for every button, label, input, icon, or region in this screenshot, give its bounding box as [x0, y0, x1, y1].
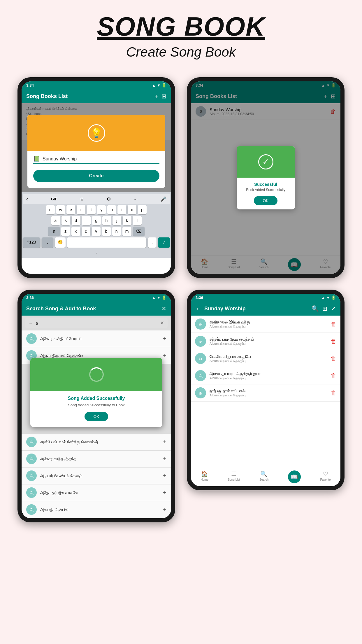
key-enter[interactable]: ✓: [158, 237, 170, 248]
key-comma[interactable]: ,: [42, 237, 53, 248]
add-song-btn-4[interactable]: +: [163, 456, 166, 462]
key-a[interactable]: a: [51, 216, 60, 225]
key-v[interactable]: v: [92, 227, 101, 236]
search-result-1[interactable]: அ அகோர கஸ்தி பட்டோராய் +: [22, 330, 171, 347]
key-j[interactable]: j: [113, 216, 121, 225]
key-h[interactable]: h: [102, 216, 111, 225]
key-shift[interactable]: ⇧: [48, 227, 60, 236]
expand-icon-4[interactable]: ⤢: [331, 305, 336, 312]
key-n[interactable]: n: [112, 227, 121, 236]
key-y[interactable]: y: [97, 205, 106, 214]
key-x[interactable]: x: [71, 227, 80, 236]
delete-btn-4[interactable]: 🗑: [331, 372, 336, 379]
add-song-btn-7[interactable]: +: [163, 506, 166, 513]
add-song-btn-5[interactable]: +: [163, 473, 166, 479]
delete-btn-1[interactable]: 🗑: [331, 321, 336, 328]
key-q[interactable]: q: [46, 205, 55, 214]
sticker-btn[interactable]: ⊞: [80, 197, 84, 201]
qr-icon-1[interactable]: ⊞: [161, 93, 166, 100]
key-123[interactable]: ?123: [23, 237, 40, 248]
search-result-5[interactable]: அ அடியார் வேண்டல் கேளும் +: [22, 468, 171, 484]
key-s[interactable]: s: [61, 216, 70, 225]
search-result-7[interactable]: அ அமைதி அன்பின் +: [22, 501, 171, 518]
add-song-btn-1[interactable]: +: [163, 335, 166, 342]
grid-icon-4[interactable]: ⊞: [322, 305, 327, 312]
nav-favorite-4[interactable]: ♡ Favorite: [320, 470, 331, 483]
key-z[interactable]: z: [61, 227, 70, 236]
result-text-1: அகோர கஸ்தி பட்டோராய்: [40, 336, 163, 341]
check-icon: ✓: [258, 154, 273, 169]
delete-btn-3[interactable]: 🗑: [331, 355, 336, 362]
create-dialog: 💡 📗 Create: [27, 115, 165, 188]
key-i[interactable]: i: [117, 205, 126, 214]
key-g[interactable]: g: [92, 216, 101, 225]
key-u[interactable]: u: [107, 205, 116, 214]
key-emoji[interactable]: 😊: [55, 237, 66, 248]
key-space[interactable]: [67, 237, 146, 248]
key-w[interactable]: w: [56, 205, 65, 214]
nav-songlist-4[interactable]: ☰ Song List: [228, 470, 240, 483]
worship-song-3[interactable]: ய யேசுவே கிருபாசனபதியே Album: பிற பாடல் …: [191, 350, 340, 367]
key-t[interactable]: t: [87, 205, 96, 214]
result-text-4: அகோர காற்றடித்ததே: [40, 456, 163, 461]
ok-button-2[interactable]: OK: [254, 196, 277, 205]
search-clear-3[interactable]: ✕: [160, 320, 164, 326]
key-d[interactable]: d: [72, 216, 80, 225]
create-button[interactable]: Create: [33, 170, 159, 182]
ok-button-3[interactable]: OK: [85, 412, 108, 421]
book-name-input[interactable]: [43, 156, 159, 162]
search-icon-4[interactable]: 🔍: [312, 305, 319, 312]
worship-album-2: Album: பிற பாடல் தொகுப்பு: [210, 342, 331, 346]
search-result-4[interactable]: அ அகோர காற்றடித்ததே +: [22, 451, 171, 467]
add-song-btn-3[interactable]: +: [163, 439, 166, 445]
nav-home-4[interactable]: 🏠 Home: [201, 470, 208, 483]
mic-btn[interactable]: 🎤: [161, 196, 166, 202]
phone-3: 3:36 ▲ ▼ 🔋 Search Song & Add to Book ✕ ←…: [17, 290, 175, 522]
key-f[interactable]: f: [82, 216, 91, 225]
result-avatar-4: அ: [26, 454, 37, 464]
add-song-btn-2[interactable]: +: [163, 352, 166, 359]
nav-search-4[interactable]: 🔍 Search: [259, 470, 269, 483]
key-e[interactable]: e: [66, 205, 75, 214]
worship-avatar-5: ந: [195, 387, 206, 398]
key-l[interactable]: l: [133, 216, 142, 225]
key-o[interactable]: o: [128, 205, 136, 214]
key-k[interactable]: k: [123, 216, 131, 225]
key-b[interactable]: b: [102, 227, 111, 236]
worship-song-1[interactable]: அ அதிகாலை இயேசு வந்து Album: பிற பாடல் த…: [191, 316, 340, 333]
key-backspace[interactable]: ⌫: [133, 227, 145, 236]
close-icon-3[interactable]: ✕: [161, 305, 166, 312]
key-m[interactable]: m: [122, 227, 132, 236]
dots-btn[interactable]: ···: [134, 197, 138, 202]
keyboard-handle: ⌄: [23, 249, 170, 256]
wifi-icon-1: ▼: [157, 83, 161, 88]
signal-icon-1: ▲: [152, 83, 156, 88]
back-icon-4[interactable]: ←: [196, 305, 201, 312]
settings-btn[interactable]: ⚙: [107, 196, 111, 202]
search-result-3[interactable]: அ அன்பே விடாமல் சேர்த்து கொண்டீர் +: [22, 434, 171, 450]
worship-album-3: Album: பிற பாடல் தொகுப்பு: [210, 359, 331, 363]
key-c[interactable]: c: [82, 227, 90, 236]
key-r[interactable]: r: [77, 205, 85, 214]
delete-btn-5[interactable]: 🗑: [331, 390, 336, 396]
result-text-7: அமைதி அன்பின்: [40, 507, 163, 512]
search-result-6[interactable]: அ அதோ ஒர் ஜீவ வாசலே +: [22, 484, 171, 501]
worship-album-1: Album: பிற பாடல் தொகுப்பு: [210, 325, 331, 328]
worship-song-5[interactable]: ந நாற்பது நாள் ராப் பகல் Album: பிற பாடல…: [191, 384, 340, 402]
search-bar-3[interactable]: ← a ✕: [25, 318, 168, 328]
add-icon-1[interactable]: +: [154, 93, 158, 100]
song-added-title: Song Added Successfully: [36, 396, 157, 401]
worship-avatar-1: அ: [195, 318, 206, 330]
result-text-3: அன்பே விடாமல் சேர்த்து கொண்டீர்: [40, 440, 163, 444]
search-bar-back-3[interactable]: ←: [29, 321, 33, 326]
key-p[interactable]: p: [138, 205, 147, 214]
delete-btn-2[interactable]: 🗑: [331, 338, 336, 345]
back-btn[interactable]: ‹: [26, 196, 28, 202]
nav-book-4[interactable]: 📖: [288, 470, 301, 483]
song-added-subtitle: Song Added Successfully to Book: [36, 403, 157, 407]
key-period[interactable]: .: [148, 237, 157, 248]
add-song-btn-6[interactable]: +: [163, 489, 166, 496]
worship-song-4[interactable]: அ அமலா தயாபரா அருள்சூர் ஐயா Album: பிற ப…: [191, 367, 340, 384]
gif-btn[interactable]: GIF: [51, 197, 57, 201]
worship-song-2[interactable]: ச சந்தர்ப பரம தேவ மைந்தன் Album: பிற பாட…: [191, 333, 340, 350]
